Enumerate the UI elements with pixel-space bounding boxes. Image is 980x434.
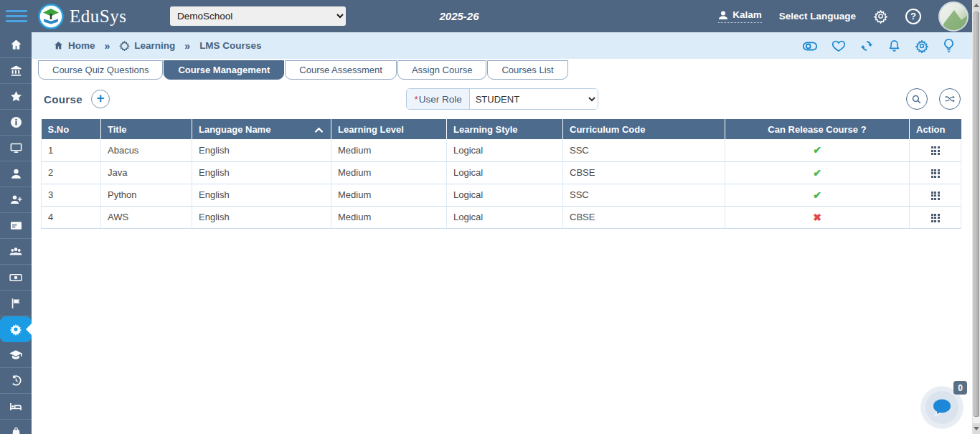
sidebar-item-flag[interactable]: [0, 291, 32, 316]
sidebar-nav: [0, 32, 32, 434]
breadcrumb-current-page: LMS Courses: [199, 40, 261, 51]
column-header-can-release[interactable]: Can Release Course ?: [725, 119, 910, 139]
column-header-sno[interactable]: S.No: [42, 119, 101, 139]
user-role-select[interactable]: STUDENT: [470, 89, 598, 109]
cell-language: English: [192, 139, 331, 161]
tab-course-quiz-questions[interactable]: Course Quiz Questions: [38, 60, 163, 80]
breadcrumb-learning[interactable]: Learning: [119, 40, 175, 51]
shuffle-button[interactable]: [939, 88, 961, 110]
release-status-icon: ✔: [813, 189, 821, 201]
add-course-button[interactable]: +: [91, 90, 110, 108]
toggle-icon[interactable]: [802, 39, 818, 52]
breadcrumb-home[interactable]: Home: [53, 40, 95, 51]
bell-icon[interactable]: [887, 39, 901, 53]
cell-language: English: [192, 206, 331, 228]
tab-assign-course[interactable]: Assign Course: [397, 60, 487, 80]
sidebar-item-hostel[interactable]: [0, 394, 32, 420]
cell-sno: 3: [42, 184, 101, 206]
table-row: 3 Python English Medium Logical SSC ✔: [42, 184, 961, 206]
release-status-icon: ✔: [813, 167, 821, 179]
shuffle-icon: [943, 93, 956, 105]
username: Kalam: [732, 9, 762, 20]
search-button[interactable]: [906, 88, 928, 110]
card-icon: [9, 219, 23, 232]
course-section-title: Course: [44, 93, 83, 105]
release-status-icon: ✖: [813, 212, 821, 223]
column-header-language[interactable]: Language Name: [192, 119, 331, 139]
sidebar-item-info[interactable]: [0, 110, 32, 136]
vertical-scrollbar[interactable]: [972, 0, 980, 434]
refresh-icon[interactable]: [859, 39, 874, 53]
scroll-up-button[interactable]: [973, 0, 980, 11]
tab-course-management[interactable]: Course Management: [164, 60, 284, 80]
column-header-curriculum[interactable]: Curriculum Code: [563, 119, 725, 139]
select-language-link[interactable]: Select Language: [779, 11, 856, 22]
home-icon: [53, 40, 64, 51]
hamburger-menu-icon[interactable]: [6, 7, 27, 25]
school-select[interactable]: DemoSchool: [170, 6, 346, 26]
avatar[interactable]: [938, 1, 969, 32]
gear-icon: [119, 40, 130, 51]
scroll-down-button[interactable]: [973, 423, 980, 434]
sidebar-item-id-card[interactable]: [0, 213, 32, 239]
cell-curriculum: CBSE: [563, 206, 725, 228]
sidebar-item-fees[interactable]: [0, 265, 32, 291]
user-icon: [718, 10, 728, 20]
scrollbar-thumb[interactable]: [974, 11, 979, 417]
course-toolbar: Course + *User Role STUDENT: [32, 80, 972, 114]
tab-course-assessment[interactable]: Course Assessment: [285, 60, 397, 80]
column-header-action[interactable]: Action: [910, 119, 961, 139]
row-actions-grid-icon[interactable]: [931, 146, 940, 155]
user-menu[interactable]: Kalam: [718, 9, 762, 23]
history-icon: [9, 374, 23, 387]
breadcrumb-separator: »: [105, 40, 110, 52]
sidebar-item-groups[interactable]: [0, 239, 32, 265]
chat-widget: 0: [921, 387, 963, 428]
sidebar-item-history[interactable]: [0, 368, 32, 394]
sidebar-item-add-user[interactable]: [0, 187, 32, 213]
cell-level: Medium: [331, 184, 447, 206]
release-status-icon: ✔: [813, 144, 821, 156]
gear-icon: [9, 322, 23, 336]
settings-gear-icon[interactable]: [873, 9, 888, 24]
cell-level: Medium: [331, 161, 447, 184]
user-role-label: *User Role: [407, 89, 469, 109]
sidebar-item-inventory[interactable]: [0, 420, 32, 434]
money-icon: [9, 270, 23, 285]
sidebar-item-home[interactable]: [0, 32, 32, 58]
person-icon: [9, 167, 23, 181]
academic-year: 2025-26: [420, 10, 499, 22]
cell-sno: 2: [42, 161, 101, 184]
cell-curriculum: SSC: [563, 139, 725, 161]
gear-icon[interactable]: [915, 39, 929, 53]
column-header-title[interactable]: Title: [101, 119, 192, 139]
bed-icon: [9, 400, 23, 414]
brand-name: EduSys: [70, 6, 126, 27]
row-actions-grid-icon[interactable]: [931, 192, 940, 200]
table-header-row: S.No Title Language Name Learning Level …: [42, 119, 961, 139]
bulb-icon[interactable]: [943, 38, 955, 53]
sidebar-item-academics[interactable]: [0, 342, 32, 368]
row-actions-grid-icon[interactable]: [931, 214, 940, 222]
cell-level: Medium: [331, 206, 447, 228]
column-header-level[interactable]: Learning Level: [331, 119, 447, 139]
person-add-icon: [9, 193, 23, 207]
sidebar-item-favorites[interactable]: [0, 84, 32, 110]
sidebar-item-elearning[interactable]: [0, 136, 32, 161]
brand: EduSys: [38, 4, 126, 29]
tab-courses-list[interactable]: Courses List: [487, 60, 567, 80]
home-icon: [9, 38, 23, 52]
cell-curriculum: CBSE: [563, 161, 725, 184]
heart-icon[interactable]: [831, 39, 846, 52]
sidebar-item-settings[interactable]: [0, 316, 32, 342]
table-row: 4 AWS English Medium Logical CBSE ✖: [42, 206, 961, 228]
chat-bubble-icon: [931, 397, 953, 418]
cell-curriculum: SSC: [563, 184, 725, 206]
help-icon[interactable]: ?: [905, 9, 921, 24]
sort-asc-icon: [314, 125, 324, 136]
row-actions-grid-icon[interactable]: [931, 169, 940, 178]
column-header-style[interactable]: Learning Style: [447, 119, 563, 139]
sidebar-item-profile[interactable]: [0, 161, 32, 187]
sidebar-item-institution[interactable]: [0, 58, 32, 84]
cell-title: Abacus: [101, 139, 192, 161]
